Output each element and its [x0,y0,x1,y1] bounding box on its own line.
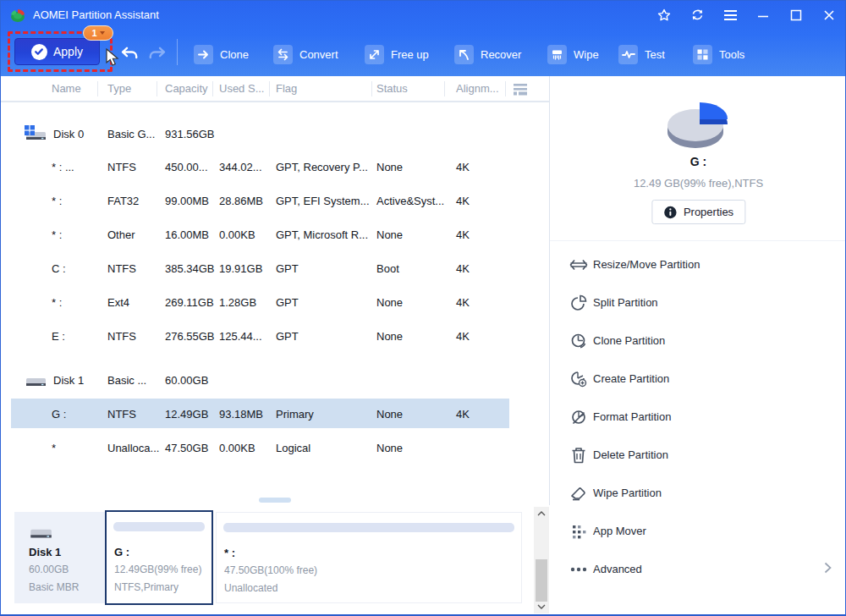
column-separator[interactable] [269,81,270,96]
action-label: App Mover [593,525,646,537]
free-up-diagonal-arrow-icon [365,45,384,64]
column-separator[interactable] [157,81,157,96]
free-up-button[interactable]: Free up [365,43,429,65]
delete-trash-icon [569,446,588,465]
undo-button[interactable] [119,44,139,63]
action-app-mover[interactable]: App Mover [550,512,846,550]
split-pie-icon [569,294,588,312]
table-row-recovery-partition[interactable]: * : ... NTFS 450.00... 344.02... GPT, Re… [11,151,509,181]
wipe-shredder-icon [547,45,567,64]
properties-button[interactable]: Properties [651,200,745,224]
disk1-info-block[interactable]: Disk 1 60.00GB Basic MBR [14,512,105,603]
column-separator[interactable] [97,81,98,96]
cell-name: C : [52,261,66,274]
cell-name: Disk 0 [53,127,84,140]
scroll-up-arrow-icon[interactable] [534,507,549,520]
menu-icon[interactable] [722,8,738,23]
pending-operations-badge[interactable]: 1 [83,25,113,41]
action-clone-partition[interactable]: Clone Partition [550,322,846,360]
recover-button[interactable]: Recover [454,43,521,65]
action-create-partition[interactable]: Create Partition [550,360,846,398]
maximize-icon[interactable] [788,8,804,23]
cell-alignment: 4K [456,194,470,206]
column-separator[interactable] [505,81,506,96]
hard-drive-icon [23,370,48,390]
test-pulse-icon [618,45,638,64]
column-header-used[interactable]: Used S... [219,82,264,95]
scrollbar-thumb[interactable] [536,559,547,602]
column-header-alignment[interactable]: Alignm... [456,82,499,95]
wipe-button[interactable]: Wipe [547,43,599,65]
list-view-icon[interactable] [511,82,530,96]
column-header-flag[interactable]: Flag [276,82,297,95]
table-row-e-partition[interactable]: E : NTFS 276.55GB 125.44... GPT None 4K [11,321,509,350]
disk-visualization-panel: Disk 1 60.00GB Basic MBR G : 12.49GB(99%… [1,505,550,615]
partition-size: 47.50GB(100% free) [224,564,317,576]
clone-button[interactable]: Clone [194,43,249,65]
hard-drive-icon [27,520,54,542]
table-row-disk0[interactable]: Disk 0 Basic G... 931.56GB [11,118,509,148]
cell-type: Basic G... [107,127,155,140]
check-circle-icon [31,44,47,60]
cell-used: 28.86MB [219,194,263,206]
action-format-partition[interactable]: Format Partition [550,398,846,436]
action-resize-move-partition[interactable]: Resize/Move Partition [550,245,846,283]
vertical-scrollbar[interactable] [534,507,549,613]
table-row-msr-partition[interactable]: * : Other 16.00MB 0.00KB GPT, Microsoft … [11,219,509,249]
cell-status: None [376,295,403,308]
close-icon[interactable] [821,8,837,23]
cell-status: None [376,228,403,240]
column-separator[interactable] [444,81,445,96]
cell-name: * : [52,295,62,308]
apply-button[interactable]: Apply [14,38,100,65]
convert-button[interactable]: Convert [273,43,338,65]
table-row-c-partition[interactable]: C : NTFS 385.34GB 19.91GB GPT Boot 4K [11,253,509,283]
free-up-label: Free up [391,48,429,61]
cell-capacity: 16.00MB [165,228,209,240]
action-label: Format Partition [593,410,671,423]
titlebar[interactable]: AOMEI Partition Assistant [1,1,845,29]
action-delete-partition[interactable]: Delete Partition [550,436,846,474]
partition-block-unallocated[interactable]: * : 47.50GB(100% free) Unallocated [216,512,522,603]
table-row-disk1[interactable]: Disk 1 Basic ... 60.00GB [11,365,509,394]
table-row-efi-partition[interactable]: * : FAT32 99.00MB 28.86MB GPT, EFI Syste… [11,185,509,215]
cell-flag: Primary [276,407,314,420]
column-header-status[interactable]: Status [376,82,408,95]
convert-swap-icon [273,45,293,64]
redo-button[interactable] [147,44,167,63]
cell-type: Basic ... [107,373,146,386]
favorite-star-icon[interactable] [656,8,672,23]
column-header-type[interactable]: Type [107,82,131,95]
panel-splitter-handle[interactable] [259,498,291,503]
cell-alignment: 4K [456,228,470,240]
partition-filesystem: NTFS,Primary [114,581,179,593]
cell-status: None [376,407,403,420]
selected-volume-info: 12.49 GB(99% free),NTFS [550,177,846,190]
test-button[interactable]: Test [618,43,665,65]
minimize-icon[interactable] [755,8,771,23]
usage-bar [223,523,514,532]
partition-block-g-selected[interactable]: G : 12.49GB(99% free) NTFS,Primary [105,510,213,605]
column-separator[interactable] [212,81,213,96]
table-row-unallocated[interactable]: * Unalloca... 47.50GB 0.00KB Logical Non… [11,432,509,462]
table-row-g-partition-selected[interactable]: G : NTFS 12.49GB 93.18MB Primary None 4K [11,399,509,428]
disk-name: Disk 1 [29,546,61,558]
action-advanced[interactable]: Advanced [550,550,846,588]
table-row-ext4-partition[interactable]: * : Ext4 269.11GB 1.28GB GPT None 4K [11,287,509,316]
column-header-capacity[interactable]: Capacity [165,82,208,95]
column-header-name[interactable]: Name [52,82,81,95]
volume-usage-pie-chart [653,96,744,154]
apply-label: Apply [53,45,83,58]
tools-button[interactable]: Tools [693,43,744,65]
cell-type: NTFS [107,261,136,274]
usage-bar [113,522,205,531]
column-separator[interactable] [371,81,372,96]
refresh-icon[interactable] [689,8,705,23]
cell-name: * : [52,228,62,240]
cell-capacity: 12.49GB [165,407,208,420]
scroll-down-arrow-icon[interactable] [534,600,549,613]
cell-flag: GPT [276,261,299,274]
action-split-partition[interactable]: Split Partition [550,283,846,322]
action-wipe-partition[interactable]: Wipe Partition [550,474,846,512]
recover-label: Recover [481,48,521,61]
